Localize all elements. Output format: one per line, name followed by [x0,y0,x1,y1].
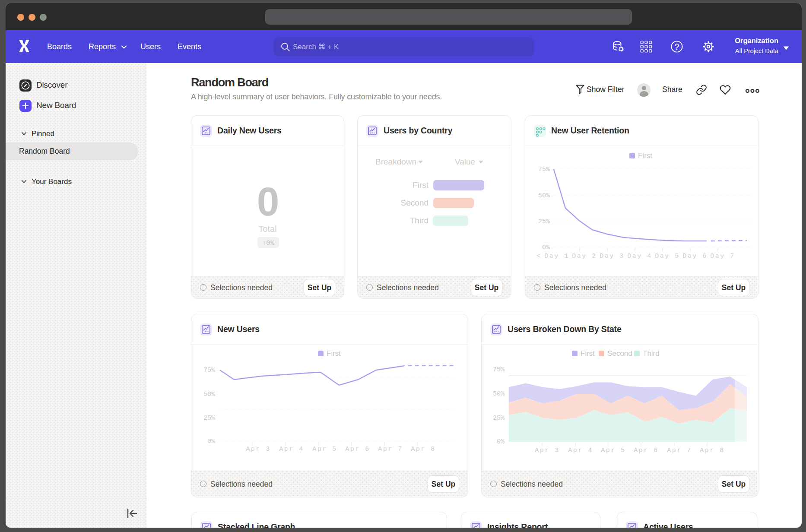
svg-text:Apr 6: Apr 6 [345,446,370,453]
svg-text:0%: 0% [542,244,550,251]
svg-text:25%: 25% [538,218,550,225]
svg-text:Apr 5: Apr 5 [312,446,337,453]
svg-text:Apr 3: Apr 3 [535,447,560,454]
svg-text:Apr 4: Apr 4 [568,447,593,454]
svg-text:50%: 50% [203,391,216,398]
svg-text:0%: 0% [207,438,216,445]
svg-text:75%: 75% [493,366,505,374]
svg-text:Day 5: Day 5 [655,253,680,260]
svg-text:Apr 6: Apr 6 [634,447,659,454]
svg-text:Apr 7: Apr 7 [378,446,403,453]
svg-text:Second: Second [607,349,632,358]
svg-text:Apr 3: Apr 3 [246,446,271,453]
svg-text:Day 6: Day 6 [682,253,708,260]
svg-text:Third: Third [643,349,660,358]
svg-text:Apr 8: Apr 8 [411,446,436,453]
svg-text:75%: 75% [203,367,216,374]
svg-text:Day 4: Day 4 [627,253,652,260]
svg-text:Apr 4: Apr 4 [279,446,304,453]
svg-text:25%: 25% [493,415,505,422]
svg-text:First: First [638,152,652,160]
svg-text:50%: 50% [538,192,550,200]
svg-text:Day 1: Day 1 [544,253,569,260]
svg-text:First: First [581,349,595,358]
svg-text:Day 2: Day 2 [572,253,597,260]
svg-text:Apr 7: Apr 7 [667,447,692,454]
svg-text:0%: 0% [497,438,505,446]
svg-text:Apr 8: Apr 8 [700,447,725,454]
svg-text:<: < [536,253,542,260]
svg-text:50%: 50% [493,390,505,398]
svg-text:Day 7: Day 7 [710,253,735,260]
svg-text:75%: 75% [538,166,550,173]
svg-text:First: First [327,349,341,358]
svg-text:25%: 25% [203,415,216,422]
svg-text:Day 3: Day 3 [600,253,625,260]
svg-text:Apr 5: Apr 5 [601,447,626,454]
